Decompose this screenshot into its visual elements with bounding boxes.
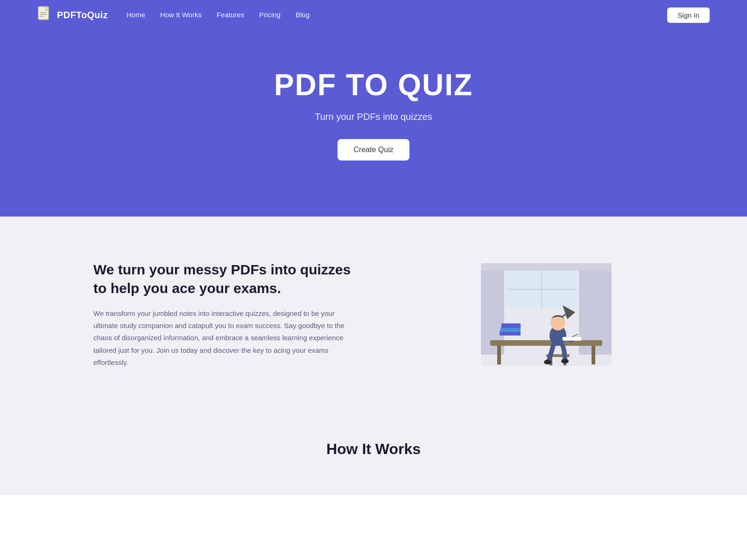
- feature-text: We turn your messy PDFs into quizzes to …: [93, 260, 355, 369]
- hero-title: PDF TO QUIZ: [274, 68, 473, 102]
- nav-link-home[interactable]: Home: [127, 11, 145, 19]
- nav-item-features[interactable]: Features: [217, 11, 244, 19]
- feature-body: We transform your jumbled notes into int…: [93, 308, 355, 369]
- nav-item-blog[interactable]: Blog: [296, 11, 310, 19]
- hero-section: PDF TO QUIZ Turn your PDFs into quizzes …: [0, 30, 747, 217]
- svg-rect-12: [497, 346, 501, 364]
- how-it-works-section: How It Works: [0, 413, 747, 495]
- navbar: PDFToQuiz Home How It Works Features Pri…: [0, 0, 747, 30]
- svg-rect-13: [592, 346, 595, 364]
- brand-name: PDFToQuiz: [57, 10, 108, 21]
- nav-item-home[interactable]: Home: [127, 11, 145, 19]
- nav-links: Home How It Works Features Pricing Blog: [127, 11, 310, 19]
- feature-heading: We turn your messy PDFs into quizzes to …: [93, 260, 355, 298]
- svg-rect-16: [501, 323, 521, 328]
- pdf-icon: [37, 6, 52, 24]
- svg-rect-27: [563, 337, 581, 341]
- navbar-left: PDFToQuiz Home How It Works Features Pri…: [37, 6, 310, 24]
- nav-link-how-it-works[interactable]: How It Works: [160, 11, 202, 19]
- nav-link-features[interactable]: Features: [217, 11, 244, 19]
- brand[interactable]: PDFToQuiz: [37, 6, 108, 24]
- how-it-works-title: How It Works: [93, 441, 654, 458]
- hero-subtitle: Turn your PDFs into quizzes: [315, 112, 432, 122]
- nav-link-pricing[interactable]: Pricing: [259, 11, 281, 19]
- sign-in-button[interactable]: Sign In: [667, 7, 710, 23]
- nav-item-pricing[interactable]: Pricing: [259, 11, 281, 19]
- feature-section: We turn your messy PDFs into quizzes to …: [0, 217, 747, 413]
- create-quiz-button[interactable]: Create Quiz: [338, 139, 409, 161]
- nav-item-how-it-works[interactable]: How It Works: [160, 11, 202, 19]
- nav-link-blog[interactable]: Blog: [296, 11, 310, 19]
- feature-image: [430, 254, 654, 375]
- svg-point-25: [544, 360, 551, 364]
- svg-rect-0: [38, 7, 49, 20]
- study-illustration: [453, 254, 630, 375]
- svg-point-26: [561, 359, 569, 364]
- svg-rect-11: [490, 340, 602, 346]
- svg-rect-5: [481, 263, 612, 271]
